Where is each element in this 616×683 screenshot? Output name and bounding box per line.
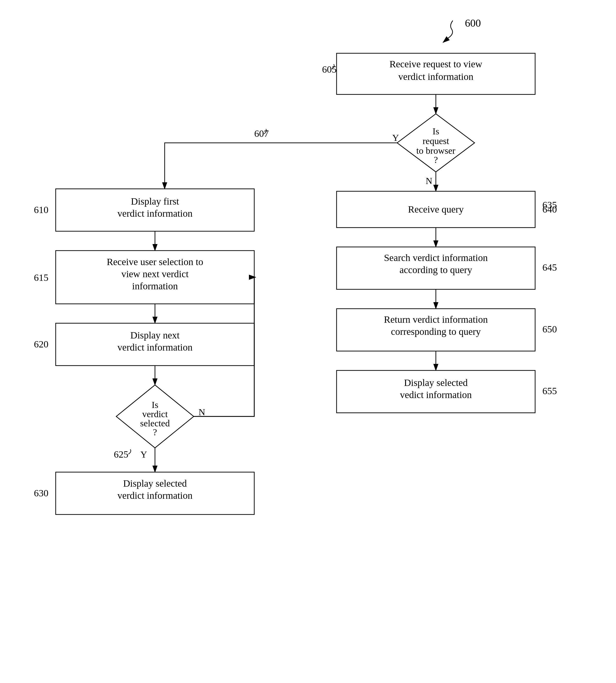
text-615-2: view next verdict bbox=[121, 268, 189, 280]
label-610: 610 bbox=[34, 204, 48, 215]
text-630-2: verdict information bbox=[117, 490, 193, 501]
text-607-2: request bbox=[422, 136, 449, 146]
text-625-3: selected bbox=[140, 418, 170, 428]
label-645: 645 bbox=[543, 262, 557, 273]
text-607-4: ? bbox=[434, 155, 438, 165]
ref-600: 600 bbox=[465, 17, 481, 29]
text-605-line1: Receive request to view bbox=[389, 59, 482, 69]
label-y-625: Y bbox=[140, 449, 147, 460]
text-605-line2: verdict information bbox=[398, 71, 474, 82]
label-650: 650 bbox=[543, 324, 557, 335]
text-650-1: Return verdict information bbox=[384, 314, 488, 325]
text-625-4: ? bbox=[153, 427, 157, 437]
text-625-2: verdict bbox=[142, 409, 168, 419]
label-625: 625 bbox=[114, 449, 128, 460]
text-645-2: according to query bbox=[399, 264, 472, 275]
label-615: 615 bbox=[34, 272, 48, 283]
squiggle-625 bbox=[128, 449, 131, 454]
text-635: Receive query bbox=[408, 204, 464, 215]
text-630-1: Display selected bbox=[123, 478, 187, 489]
label-630: 630 bbox=[34, 488, 48, 499]
text-655-2: vedict information bbox=[400, 389, 472, 400]
text-607-1: Is bbox=[433, 126, 439, 136]
label-607: 607 bbox=[254, 128, 269, 139]
label-y-607: Y bbox=[392, 133, 399, 143]
label-655: 655 bbox=[543, 385, 557, 396]
text-650-2: corresponding to query bbox=[391, 326, 481, 337]
label-n-607: N bbox=[426, 176, 432, 186]
squiggle-600 bbox=[443, 21, 453, 42]
text-610-2: verdict information bbox=[117, 208, 193, 219]
label-n-625: N bbox=[199, 407, 205, 417]
arrow-607-y bbox=[164, 143, 397, 189]
text-610-1: Display first bbox=[131, 196, 179, 207]
label-620: 620 bbox=[34, 339, 48, 350]
text-655-1: Display selected bbox=[404, 377, 467, 388]
text-645-1: Search verdict information bbox=[384, 252, 488, 263]
label-635b: 635 bbox=[543, 199, 557, 211]
text-625-1: Is bbox=[152, 400, 158, 410]
text-620-2: verdict information bbox=[117, 342, 193, 353]
text-620-1: Display next bbox=[130, 330, 179, 340]
text-607-3: to browser bbox=[416, 146, 456, 156]
text-615-3: information bbox=[132, 281, 178, 291]
text-615-1: Receive user selection to bbox=[107, 257, 203, 267]
